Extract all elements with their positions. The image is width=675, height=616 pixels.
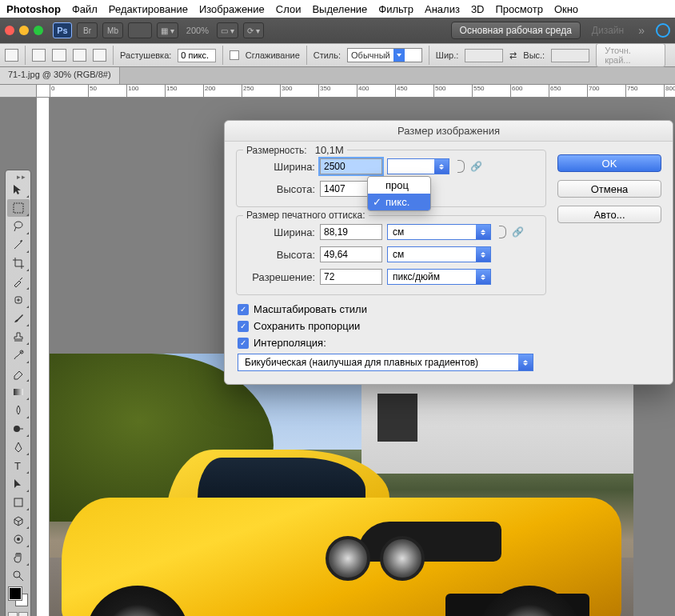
workspace-switcher[interactable]: Основная рабочая среда	[451, 22, 581, 39]
document-tab[interactable]: 71-1.jpg @ 30% (RGB/8#)	[0, 67, 120, 84]
ruler-origin[interactable]	[0, 85, 37, 98]
blur-tool[interactable]	[7, 402, 30, 419]
menu-filter[interactable]: Фильтр	[378, 3, 413, 15]
3d-tool[interactable]	[7, 512, 30, 530]
print-height-unit-select[interactable]: см	[387, 246, 491, 262]
style-select[interactable]: Обычный	[347, 48, 422, 62]
eraser-tool[interactable]	[7, 365, 30, 382]
feather-input[interactable]	[178, 49, 216, 62]
menu-analysis[interactable]: Анализ	[425, 3, 460, 15]
color-swatches[interactable]	[7, 586, 29, 610]
quickmask-mode-button[interactable]	[18, 612, 28, 616]
workspace-design-label[interactable]: Дизайн	[585, 25, 630, 36]
ruler-tick: 300	[280, 85, 292, 98]
selection-intersect-icon[interactable]	[93, 49, 106, 62]
selection-add-icon[interactable]	[52, 49, 66, 62]
type-tool[interactable]: T	[7, 457, 30, 474]
hand-tool[interactable]	[7, 549, 30, 566]
search-icon[interactable]	[656, 23, 670, 38]
pen-tool[interactable]	[7, 438, 30, 456]
resolution-input[interactable]	[320, 269, 382, 285]
menu-file[interactable]: Файл	[72, 3, 98, 15]
antialias-checkbox[interactable]	[230, 50, 239, 60]
screen-mode-button[interactable]	[128, 22, 152, 38]
refine-edge-button[interactable]: Уточн. край...	[596, 43, 665, 67]
zoom-tool[interactable]	[7, 567, 30, 585]
auto-button[interactable]: Авто...	[557, 206, 661, 223]
document-image[interactable]	[50, 354, 633, 616]
foreground-color-swatch[interactable]	[9, 587, 22, 600]
extras-button[interactable]: ▦ ▾	[157, 22, 178, 38]
lasso-tool[interactable]	[7, 218, 30, 235]
eyedropper-tool[interactable]	[7, 273, 30, 290]
ok-button[interactable]: OK	[557, 154, 661, 172]
marquee-tool[interactable]	[7, 199, 30, 217]
interpolation-select[interactable]: Бикубическая (наилучшая для плавных град…	[238, 354, 533, 371]
link-icon[interactable]: 🔗	[470, 161, 482, 172]
antialias-label: Сглаживание	[246, 50, 300, 60]
print-width-unit-select[interactable]: см	[387, 224, 491, 240]
path-select-tool[interactable]	[7, 475, 30, 493]
menu-3d[interactable]: 3D	[471, 3, 485, 15]
close-window-button[interactable]	[5, 26, 14, 35]
selection-new-icon[interactable]	[32, 49, 46, 62]
minibridge-button[interactable]: Mb	[102, 22, 123, 38]
expand-workspaces-icon[interactable]: »	[635, 24, 648, 37]
move-tool[interactable]	[7, 181, 30, 198]
px-height-label: Высота:	[246, 183, 315, 195]
ruler-tick: 500	[433, 85, 445, 98]
dropdown-option-percent[interactable]: проц	[368, 177, 430, 194]
print-height-label: Высота:	[246, 249, 315, 261]
width-input	[465, 49, 503, 62]
ruler-tick: 450	[395, 85, 407, 98]
shape-tool[interactable]	[7, 494, 30, 511]
history-brush-tool[interactable]	[7, 346, 30, 364]
view-rotate-button[interactable]: ⟳ ▾	[243, 22, 264, 38]
cancel-button[interactable]: Отмена	[557, 180, 661, 198]
px-width-unit-select[interactable]	[387, 158, 449, 174]
link-icon[interactable]: 🔗	[512, 226, 524, 238]
healing-tool[interactable]	[7, 291, 30, 309]
resolution-unit-select[interactable]: пикс/дюйм	[387, 269, 491, 285]
constrain-checkbox[interactable]: ✓	[238, 321, 249, 332]
menu-view[interactable]: Просмотр	[496, 3, 543, 15]
zoom-window-button[interactable]	[34, 26, 43, 35]
menu-layers[interactable]: Слои	[276, 3, 302, 15]
ruler-tick: 650	[549, 85, 561, 98]
stamp-tool[interactable]	[7, 328, 30, 346]
toolbox-grip[interactable]: ▸▸	[7, 172, 29, 180]
menu-image[interactable]: Изображение	[199, 3, 265, 15]
brush-tool[interactable]	[7, 310, 30, 327]
scale-styles-label: Масштабировать стили	[254, 303, 367, 315]
print-width-input[interactable]	[320, 224, 382, 240]
dropdown-option-pixels[interactable]: пикс.	[368, 194, 430, 210]
standard-mode-button[interactable]	[8, 612, 18, 616]
style-value: Обычный	[351, 50, 390, 60]
crop-tool[interactable]	[7, 254, 30, 272]
resample-checkbox[interactable]: ✓	[238, 338, 249, 349]
scale-styles-checkbox[interactable]: ✓	[238, 304, 249, 315]
vertical-ruler[interactable]	[37, 98, 50, 616]
svg-point-5	[14, 426, 20, 432]
px-width-input[interactable]	[320, 158, 382, 174]
horizontal-ruler[interactable]: 0501001502002503003504004505005506006507…	[37, 85, 675, 98]
arrange-button[interactable]: ▭ ▾	[217, 22, 238, 38]
divider	[222, 46, 223, 65]
print-height-input[interactable]	[320, 246, 382, 262]
tool-preset-icon[interactable]	[5, 49, 18, 62]
menu-window[interactable]: Окно	[554, 3, 578, 15]
ruler-tick: 150	[165, 85, 177, 98]
gradient-tool[interactable]	[7, 383, 30, 401]
px-width-label: Ширина:	[246, 161, 315, 173]
bridge-button[interactable]: Br	[77, 22, 98, 38]
zoom-level[interactable]: 200%	[183, 26, 212, 35]
menu-select[interactable]: Выделение	[312, 3, 367, 15]
dodge-tool[interactable]	[7, 420, 30, 438]
print-size-group: Размер печатного оттиска: Ширина: см 🔗 В…	[236, 215, 546, 295]
magic-wand-tool[interactable]	[7, 236, 30, 254]
selection-subtract-icon[interactable]	[73, 49, 86, 62]
menu-edit[interactable]: Редактирование	[109, 3, 188, 15]
3d-camera-tool[interactable]	[7, 530, 30, 548]
swap-icon[interactable]: ⇄	[509, 50, 517, 61]
minimize-window-button[interactable]	[19, 26, 29, 35]
